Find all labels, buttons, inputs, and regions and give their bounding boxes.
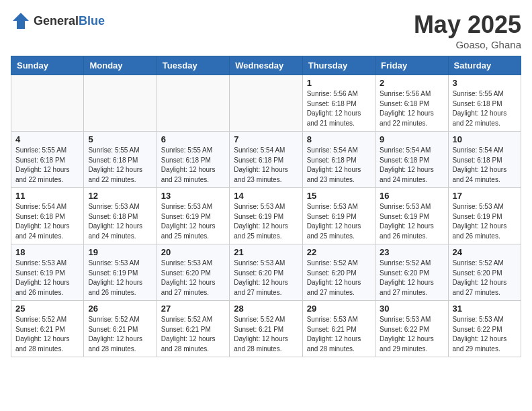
day-number: 14 <box>234 191 298 201</box>
calendar-cell <box>230 75 302 132</box>
calendar-cell: 5Sunrise: 5:55 AM Sunset: 6:18 PM Daylig… <box>84 132 157 188</box>
day-info: Sunrise: 5:53 AM Sunset: 6:21 PM Dayligh… <box>307 315 371 354</box>
day-info: Sunrise: 5:52 AM Sunset: 6:20 PM Dayligh… <box>380 259 443 298</box>
day-info: Sunrise: 5:52 AM Sunset: 6:20 PM Dayligh… <box>307 259 371 298</box>
calendar-cell: 12Sunrise: 5:53 AM Sunset: 6:18 PM Dayli… <box>84 188 157 244</box>
calendar-week-row: 11Sunrise: 5:54 AM Sunset: 6:18 PM Dayli… <box>11 188 521 244</box>
day-number: 26 <box>88 304 152 314</box>
day-number: 22 <box>307 247 371 257</box>
day-number: 18 <box>15 247 79 257</box>
day-number: 6 <box>161 134 225 144</box>
calendar-cell: 9Sunrise: 5:54 AM Sunset: 6:18 PM Daylig… <box>375 132 448 188</box>
day-number: 15 <box>307 191 371 201</box>
calendar-cell: 10Sunrise: 5:54 AM Sunset: 6:18 PM Dayli… <box>448 132 521 188</box>
day-info: Sunrise: 5:54 AM Sunset: 6:18 PM Dayligh… <box>234 146 298 185</box>
day-info: Sunrise: 5:53 AM Sunset: 6:19 PM Dayligh… <box>88 259 152 298</box>
day-number: 11 <box>15 191 79 201</box>
day-info: Sunrise: 5:53 AM Sunset: 6:19 PM Dayligh… <box>453 202 517 241</box>
calendar-table: SundayMondayTuesdayWednesdayThursdayFrid… <box>11 56 521 357</box>
calendar-cell: 8Sunrise: 5:54 AM Sunset: 6:18 PM Daylig… <box>302 132 375 188</box>
day-info: Sunrise: 5:55 AM Sunset: 6:18 PM Dayligh… <box>88 146 152 185</box>
day-number: 31 <box>453 304 517 314</box>
day-info: Sunrise: 5:56 AM Sunset: 6:18 PM Dayligh… <box>307 89 371 128</box>
svg-marker-0 <box>13 13 29 29</box>
day-number: 7 <box>234 134 298 144</box>
day-number: 16 <box>380 191 443 201</box>
day-of-week-header: Saturday <box>448 56 521 75</box>
day-info: Sunrise: 5:55 AM Sunset: 6:18 PM Dayligh… <box>161 146 225 185</box>
logo-general-text: General <box>34 14 79 28</box>
day-info: Sunrise: 5:53 AM Sunset: 6:19 PM Dayligh… <box>307 202 371 241</box>
calendar-cell: 15Sunrise: 5:53 AM Sunset: 6:19 PM Dayli… <box>302 188 375 244</box>
logo: GeneralBlue <box>11 11 105 31</box>
day-number: 25 <box>15 304 79 314</box>
day-info: Sunrise: 5:53 AM Sunset: 6:20 PM Dayligh… <box>161 259 225 298</box>
calendar-cell <box>84 75 157 132</box>
day-number: 28 <box>234 304 298 314</box>
day-info: Sunrise: 5:53 AM Sunset: 6:19 PM Dayligh… <box>161 202 225 241</box>
day-of-week-header: Wednesday <box>230 56 302 75</box>
day-number: 24 <box>453 247 517 257</box>
calendar-cell: 28Sunrise: 5:52 AM Sunset: 6:21 PM Dayli… <box>230 301 302 357</box>
calendar-cell: 23Sunrise: 5:52 AM Sunset: 6:20 PM Dayli… <box>375 244 448 301</box>
calendar-cell: 4Sunrise: 5:55 AM Sunset: 6:18 PM Daylig… <box>11 132 84 188</box>
day-of-week-header: Friday <box>375 56 448 75</box>
day-info: Sunrise: 5:53 AM Sunset: 6:20 PM Dayligh… <box>234 259 298 298</box>
page-header: GeneralBlue May 2025 Goaso, Ghana <box>11 11 521 50</box>
day-info: Sunrise: 5:53 AM Sunset: 6:19 PM Dayligh… <box>234 202 298 241</box>
calendar-cell: 11Sunrise: 5:54 AM Sunset: 6:18 PM Dayli… <box>11 188 84 244</box>
calendar-cell: 2Sunrise: 5:56 AM Sunset: 6:18 PM Daylig… <box>375 75 448 132</box>
day-number: 4 <box>15 134 79 144</box>
day-info: Sunrise: 5:55 AM Sunset: 6:18 PM Dayligh… <box>453 89 517 128</box>
day-number: 29 <box>307 304 371 314</box>
calendar-cell: 27Sunrise: 5:52 AM Sunset: 6:21 PM Dayli… <box>157 301 229 357</box>
day-info: Sunrise: 5:55 AM Sunset: 6:18 PM Dayligh… <box>15 146 79 185</box>
calendar-cell: 25Sunrise: 5:52 AM Sunset: 6:21 PM Dayli… <box>11 301 84 357</box>
calendar-cell <box>157 75 229 132</box>
calendar-cell: 21Sunrise: 5:53 AM Sunset: 6:20 PM Dayli… <box>230 244 302 301</box>
calendar-cell: 26Sunrise: 5:52 AM Sunset: 6:21 PM Dayli… <box>84 301 157 357</box>
day-number: 8 <box>307 134 371 144</box>
calendar-cell: 19Sunrise: 5:53 AM Sunset: 6:19 PM Dayli… <box>84 244 157 301</box>
day-number: 13 <box>161 191 225 201</box>
calendar-cell: 29Sunrise: 5:53 AM Sunset: 6:21 PM Dayli… <box>302 301 375 357</box>
day-info: Sunrise: 5:52 AM Sunset: 6:20 PM Dayligh… <box>453 259 517 298</box>
calendar-cell: 3Sunrise: 5:55 AM Sunset: 6:18 PM Daylig… <box>448 75 521 132</box>
calendar-title: May 2025 <box>414 11 521 39</box>
day-number: 20 <box>161 247 225 257</box>
day-info: Sunrise: 5:54 AM Sunset: 6:18 PM Dayligh… <box>15 202 79 241</box>
calendar-cell: 6Sunrise: 5:55 AM Sunset: 6:18 PM Daylig… <box>157 132 229 188</box>
day-info: Sunrise: 5:52 AM Sunset: 6:21 PM Dayligh… <box>88 315 152 354</box>
day-info: Sunrise: 5:56 AM Sunset: 6:18 PM Dayligh… <box>380 89 443 128</box>
day-of-week-header: Tuesday <box>157 56 229 75</box>
calendar-cell: 22Sunrise: 5:52 AM Sunset: 6:20 PM Dayli… <box>302 244 375 301</box>
day-number: 17 <box>453 191 517 201</box>
calendar-location: Goaso, Ghana <box>414 39 521 50</box>
day-of-week-header: Sunday <box>11 56 84 75</box>
day-info: Sunrise: 5:53 AM Sunset: 6:18 PM Dayligh… <box>88 202 152 241</box>
day-info: Sunrise: 5:52 AM Sunset: 6:21 PM Dayligh… <box>15 315 79 354</box>
calendar-cell: 31Sunrise: 5:53 AM Sunset: 6:22 PM Dayli… <box>448 301 521 357</box>
day-number: 21 <box>234 247 298 257</box>
calendar-cell: 7Sunrise: 5:54 AM Sunset: 6:18 PM Daylig… <box>230 132 302 188</box>
calendar-week-row: 25Sunrise: 5:52 AM Sunset: 6:21 PM Dayli… <box>11 301 521 357</box>
calendar-cell: 16Sunrise: 5:53 AM Sunset: 6:19 PM Dayli… <box>375 188 448 244</box>
day-number: 12 <box>88 191 152 201</box>
day-number: 19 <box>88 247 152 257</box>
calendar-cell: 17Sunrise: 5:53 AM Sunset: 6:19 PM Dayli… <box>448 188 521 244</box>
day-number: 9 <box>380 134 443 144</box>
day-info: Sunrise: 5:54 AM Sunset: 6:18 PM Dayligh… <box>453 146 517 185</box>
calendar-header-row: SundayMondayTuesdayWednesdayThursdayFrid… <box>11 56 521 75</box>
calendar-week-row: 18Sunrise: 5:53 AM Sunset: 6:19 PM Dayli… <box>11 244 521 301</box>
day-info: Sunrise: 5:54 AM Sunset: 6:18 PM Dayligh… <box>380 146 443 185</box>
day-number: 1 <box>307 78 371 88</box>
day-of-week-header: Monday <box>84 56 157 75</box>
calendar-cell <box>11 75 84 132</box>
calendar-cell: 30Sunrise: 5:53 AM Sunset: 6:22 PM Dayli… <box>375 301 448 357</box>
day-info: Sunrise: 5:53 AM Sunset: 6:19 PM Dayligh… <box>15 259 79 298</box>
calendar-cell: 13Sunrise: 5:53 AM Sunset: 6:19 PM Dayli… <box>157 188 229 244</box>
day-number: 27 <box>161 304 225 314</box>
day-number: 10 <box>453 134 517 144</box>
day-number: 23 <box>380 247 443 257</box>
day-info: Sunrise: 5:53 AM Sunset: 6:22 PM Dayligh… <box>380 315 443 354</box>
